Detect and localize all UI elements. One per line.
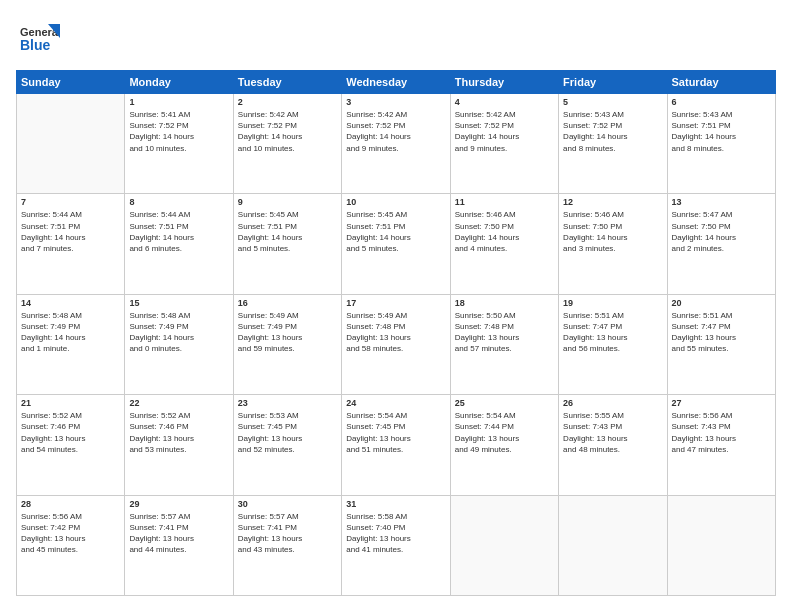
calendar-cell: 23Sunrise: 5:53 AM Sunset: 7:45 PM Dayli… xyxy=(233,395,341,495)
weekday-header-row: SundayMondayTuesdayWednesdayThursdayFrid… xyxy=(17,71,776,94)
day-info: Sunrise: 5:43 AM Sunset: 7:52 PM Dayligh… xyxy=(563,109,662,154)
day-info: Sunrise: 5:57 AM Sunset: 7:41 PM Dayligh… xyxy=(238,511,337,556)
day-info: Sunrise: 5:42 AM Sunset: 7:52 PM Dayligh… xyxy=(346,109,445,154)
day-number: 8 xyxy=(129,197,228,207)
day-info: Sunrise: 5:42 AM Sunset: 7:52 PM Dayligh… xyxy=(455,109,554,154)
day-number: 6 xyxy=(672,97,771,107)
day-number: 29 xyxy=(129,499,228,509)
day-info: Sunrise: 5:52 AM Sunset: 7:46 PM Dayligh… xyxy=(129,410,228,455)
day-number: 27 xyxy=(672,398,771,408)
day-info: Sunrise: 5:54 AM Sunset: 7:44 PM Dayligh… xyxy=(455,410,554,455)
logo: General Blue xyxy=(16,16,60,60)
calendar-week-5: 28Sunrise: 5:56 AM Sunset: 7:42 PM Dayli… xyxy=(17,495,776,595)
day-info: Sunrise: 5:49 AM Sunset: 7:49 PM Dayligh… xyxy=(238,310,337,355)
weekday-header-monday: Monday xyxy=(125,71,233,94)
calendar-cell: 4Sunrise: 5:42 AM Sunset: 7:52 PM Daylig… xyxy=(450,94,558,194)
calendar-cell: 16Sunrise: 5:49 AM Sunset: 7:49 PM Dayli… xyxy=(233,294,341,394)
calendar-cell: 11Sunrise: 5:46 AM Sunset: 7:50 PM Dayli… xyxy=(450,194,558,294)
calendar-cell: 8Sunrise: 5:44 AM Sunset: 7:51 PM Daylig… xyxy=(125,194,233,294)
day-number: 28 xyxy=(21,499,120,509)
calendar-cell: 22Sunrise: 5:52 AM Sunset: 7:46 PM Dayli… xyxy=(125,395,233,495)
calendar-cell: 31Sunrise: 5:58 AM Sunset: 7:40 PM Dayli… xyxy=(342,495,450,595)
day-info: Sunrise: 5:56 AM Sunset: 7:42 PM Dayligh… xyxy=(21,511,120,556)
calendar-cell: 30Sunrise: 5:57 AM Sunset: 7:41 PM Dayli… xyxy=(233,495,341,595)
calendar-cell: 12Sunrise: 5:46 AM Sunset: 7:50 PM Dayli… xyxy=(559,194,667,294)
day-info: Sunrise: 5:46 AM Sunset: 7:50 PM Dayligh… xyxy=(563,209,662,254)
calendar-cell: 17Sunrise: 5:49 AM Sunset: 7:48 PM Dayli… xyxy=(342,294,450,394)
weekday-header-saturday: Saturday xyxy=(667,71,775,94)
calendar-cell: 24Sunrise: 5:54 AM Sunset: 7:45 PM Dayli… xyxy=(342,395,450,495)
calendar-cell xyxy=(17,94,125,194)
day-info: Sunrise: 5:53 AM Sunset: 7:45 PM Dayligh… xyxy=(238,410,337,455)
weekday-header-thursday: Thursday xyxy=(450,71,558,94)
day-number: 16 xyxy=(238,298,337,308)
calendar-cell: 14Sunrise: 5:48 AM Sunset: 7:49 PM Dayli… xyxy=(17,294,125,394)
day-info: Sunrise: 5:58 AM Sunset: 7:40 PM Dayligh… xyxy=(346,511,445,556)
day-number: 2 xyxy=(238,97,337,107)
calendar-cell: 15Sunrise: 5:48 AM Sunset: 7:49 PM Dayli… xyxy=(125,294,233,394)
day-info: Sunrise: 5:46 AM Sunset: 7:50 PM Dayligh… xyxy=(455,209,554,254)
calendar-cell: 9Sunrise: 5:45 AM Sunset: 7:51 PM Daylig… xyxy=(233,194,341,294)
calendar-cell xyxy=(667,495,775,595)
day-number: 15 xyxy=(129,298,228,308)
page: General Blue SundayMondayTuesdayWednesda… xyxy=(0,0,792,612)
calendar-cell xyxy=(559,495,667,595)
day-number: 4 xyxy=(455,97,554,107)
calendar-cell: 29Sunrise: 5:57 AM Sunset: 7:41 PM Dayli… xyxy=(125,495,233,595)
day-info: Sunrise: 5:54 AM Sunset: 7:45 PM Dayligh… xyxy=(346,410,445,455)
day-number: 22 xyxy=(129,398,228,408)
weekday-header-sunday: Sunday xyxy=(17,71,125,94)
calendar-week-4: 21Sunrise: 5:52 AM Sunset: 7:46 PM Dayli… xyxy=(17,395,776,495)
day-number: 9 xyxy=(238,197,337,207)
day-info: Sunrise: 5:48 AM Sunset: 7:49 PM Dayligh… xyxy=(21,310,120,355)
day-info: Sunrise: 5:47 AM Sunset: 7:50 PM Dayligh… xyxy=(672,209,771,254)
calendar-week-2: 7Sunrise: 5:44 AM Sunset: 7:51 PM Daylig… xyxy=(17,194,776,294)
day-info: Sunrise: 5:43 AM Sunset: 7:51 PM Dayligh… xyxy=(672,109,771,154)
day-number: 24 xyxy=(346,398,445,408)
day-number: 5 xyxy=(563,97,662,107)
calendar-cell: 21Sunrise: 5:52 AM Sunset: 7:46 PM Dayli… xyxy=(17,395,125,495)
calendar-cell: 18Sunrise: 5:50 AM Sunset: 7:48 PM Dayli… xyxy=(450,294,558,394)
day-number: 19 xyxy=(563,298,662,308)
day-info: Sunrise: 5:51 AM Sunset: 7:47 PM Dayligh… xyxy=(672,310,771,355)
day-info: Sunrise: 5:41 AM Sunset: 7:52 PM Dayligh… xyxy=(129,109,228,154)
weekday-header-tuesday: Tuesday xyxy=(233,71,341,94)
calendar-cell: 25Sunrise: 5:54 AM Sunset: 7:44 PM Dayli… xyxy=(450,395,558,495)
day-info: Sunrise: 5:48 AM Sunset: 7:49 PM Dayligh… xyxy=(129,310,228,355)
day-info: Sunrise: 5:56 AM Sunset: 7:43 PM Dayligh… xyxy=(672,410,771,455)
svg-text:Blue: Blue xyxy=(20,37,51,53)
day-number: 13 xyxy=(672,197,771,207)
day-number: 3 xyxy=(346,97,445,107)
calendar-week-3: 14Sunrise: 5:48 AM Sunset: 7:49 PM Dayli… xyxy=(17,294,776,394)
day-number: 12 xyxy=(563,197,662,207)
day-number: 10 xyxy=(346,197,445,207)
day-number: 25 xyxy=(455,398,554,408)
logo-icon: General Blue xyxy=(16,16,60,60)
day-info: Sunrise: 5:50 AM Sunset: 7:48 PM Dayligh… xyxy=(455,310,554,355)
calendar-body: 1Sunrise: 5:41 AM Sunset: 7:52 PM Daylig… xyxy=(17,94,776,596)
day-number: 14 xyxy=(21,298,120,308)
calendar-cell: 27Sunrise: 5:56 AM Sunset: 7:43 PM Dayli… xyxy=(667,395,775,495)
day-number: 26 xyxy=(563,398,662,408)
day-info: Sunrise: 5:45 AM Sunset: 7:51 PM Dayligh… xyxy=(238,209,337,254)
calendar-table: SundayMondayTuesdayWednesdayThursdayFrid… xyxy=(16,70,776,596)
calendar-cell: 5Sunrise: 5:43 AM Sunset: 7:52 PM Daylig… xyxy=(559,94,667,194)
day-info: Sunrise: 5:44 AM Sunset: 7:51 PM Dayligh… xyxy=(21,209,120,254)
calendar-cell: 26Sunrise: 5:55 AM Sunset: 7:43 PM Dayli… xyxy=(559,395,667,495)
day-info: Sunrise: 5:51 AM Sunset: 7:47 PM Dayligh… xyxy=(563,310,662,355)
calendar-cell: 10Sunrise: 5:45 AM Sunset: 7:51 PM Dayli… xyxy=(342,194,450,294)
header: General Blue xyxy=(16,16,776,60)
day-info: Sunrise: 5:55 AM Sunset: 7:43 PM Dayligh… xyxy=(563,410,662,455)
weekday-header-wednesday: Wednesday xyxy=(342,71,450,94)
day-info: Sunrise: 5:57 AM Sunset: 7:41 PM Dayligh… xyxy=(129,511,228,556)
calendar-cell: 7Sunrise: 5:44 AM Sunset: 7:51 PM Daylig… xyxy=(17,194,125,294)
calendar-header: SundayMondayTuesdayWednesdayThursdayFrid… xyxy=(17,71,776,94)
calendar-cell: 2Sunrise: 5:42 AM Sunset: 7:52 PM Daylig… xyxy=(233,94,341,194)
day-number: 11 xyxy=(455,197,554,207)
weekday-header-friday: Friday xyxy=(559,71,667,94)
calendar-cell: 19Sunrise: 5:51 AM Sunset: 7:47 PM Dayli… xyxy=(559,294,667,394)
day-number: 17 xyxy=(346,298,445,308)
calendar-cell: 6Sunrise: 5:43 AM Sunset: 7:51 PM Daylig… xyxy=(667,94,775,194)
day-number: 7 xyxy=(21,197,120,207)
calendar-cell: 13Sunrise: 5:47 AM Sunset: 7:50 PM Dayli… xyxy=(667,194,775,294)
